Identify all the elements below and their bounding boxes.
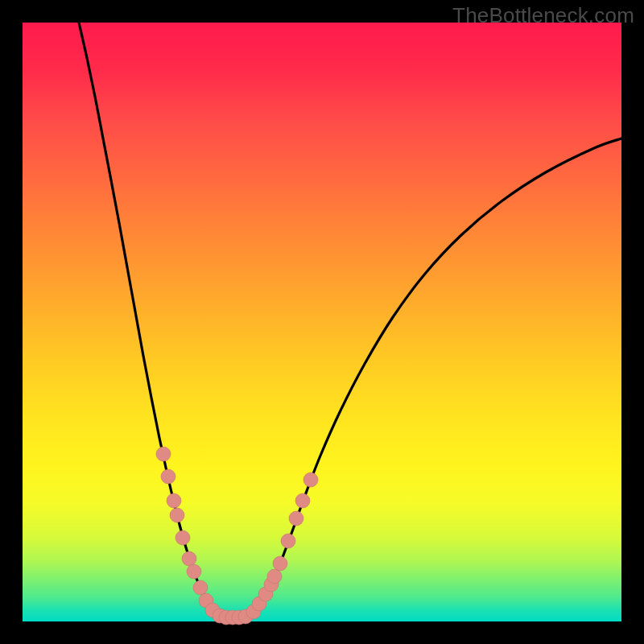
- marker-right-4: [267, 569, 282, 584]
- marker-left-0: [156, 447, 171, 461]
- marker-left-1: [161, 469, 175, 484]
- bottleneck-curve: [23, 23, 621, 621]
- marker-right-9: [303, 473, 318, 487]
- plot-area: [23, 23, 621, 621]
- marker-left-6: [187, 564, 201, 579]
- marker-left-7: [193, 580, 208, 595]
- chart-frame: TheBottleneck.com: [0, 0, 644, 644]
- marker-right-6: [281, 534, 295, 548]
- curve-markers: [156, 447, 318, 625]
- marker-right-5: [273, 556, 287, 571]
- marker-left-5: [182, 551, 196, 566]
- marker-left-2: [167, 493, 181, 508]
- marker-left-4: [175, 530, 190, 545]
- marker-right-7: [289, 511, 303, 526]
- watermark-text: TheBottleneck.com: [452, 3, 634, 28]
- v-curve-path: [79, 23, 621, 617]
- marker-right-8: [295, 493, 310, 508]
- marker-left-3: [170, 508, 184, 522]
